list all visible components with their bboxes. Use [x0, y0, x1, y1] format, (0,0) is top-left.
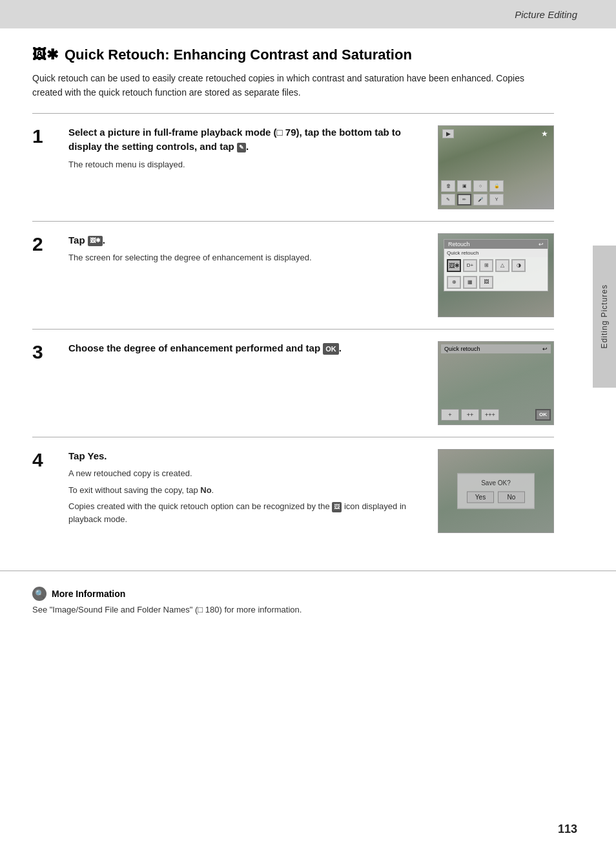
step-4-image: Save OK? Yes No	[438, 449, 554, 533]
retouch-btn-2[interactable]: D+	[463, 259, 477, 272]
bottom-icons: 🗑 ▣ ○ 🔒 ✎ ✏ 🎤 Y	[441, 180, 551, 205]
step-3-content: Choose the degree of enhancement perform…	[68, 341, 425, 360]
degree-back-icon: ↩	[542, 346, 548, 352]
step-2-number: 2	[32, 235, 56, 254]
edit2-icon-btn: ✎	[441, 194, 455, 205]
step-1-instruction-text: Select a picture in full-frame playback …	[68, 127, 401, 152]
retouch-panel: Retouch ↩ Quick retouch 🖼✱ D+ ⊞ △ ◑ ⊕	[444, 239, 548, 291]
step-4-desc2: To exit without saving the copy, tap No.	[68, 484, 425, 497]
retouch-icons-row-1: 🖼✱ D+ ⊞ △ ◑	[444, 257, 548, 274]
step-4-row: 4 Tap Yes. A new retouched copy is creat…	[32, 437, 554, 545]
step-4-content: Tap Yes. A new retouched copy is created…	[68, 449, 425, 526]
section-title: Quick Retouch: Enhancing Contrast and Sa…	[65, 47, 412, 63]
tag-icon-btn: Y	[489, 194, 504, 205]
step-1-camera-screen: ▶ ★ 🗑 ▣ ○ 🔒 ✎ ✏ 🎤	[438, 126, 553, 209]
step-2-description: The screen for selecting the degree of e…	[68, 251, 425, 264]
step-3-camera-screen: Quick retouch ↩ + ++ +++ OK	[438, 342, 553, 424]
step-2-instruction: Tap 🖼✱.	[68, 233, 425, 248]
quick-retouch-icon: 🖼✱	[32, 47, 58, 63]
star-icon: ★	[541, 129, 548, 138]
step-2-row: 2 Tap 🖼✱. The screen for selecting the d…	[32, 222, 554, 330]
degree-bottom-bar: + ++ +++ OK	[441, 409, 551, 421]
step-1-instruction: Select a picture in full-frame playback …	[68, 125, 425, 154]
degree-top-bar: Quick retouch ↩	[441, 344, 551, 353]
edit-icon: ✎	[237, 143, 246, 153]
icon-row-1: 🗑 ▣ ○ 🔒	[441, 180, 551, 192]
step-3-instruction-text: Choose the degree of enhancement perform…	[68, 342, 342, 353]
step-4-desc1: A new retouched copy is created.	[68, 467, 425, 480]
quickretouch-icon: 🖼✱	[88, 236, 103, 246]
yes-label: Yes	[87, 450, 104, 461]
intro-text: Quick retouch can be used to easily crea…	[32, 71, 554, 100]
retouch-btn-3[interactable]: ⊞	[479, 259, 493, 272]
sidebar-tab: Editing Pictures	[593, 246, 616, 388]
retouch-btn-5[interactable]: ◑	[511, 259, 526, 272]
retouch-copy-icon: 🖼	[332, 502, 342, 512]
retouch-icon-btn: ✏	[457, 194, 471, 205]
page-number: 113	[558, 823, 577, 836]
retouch-btn-8[interactable]: 🖼	[479, 276, 493, 289]
step-2-image: Retouch ↩ Quick retouch 🖼✱ D+ ⊞ △ ◑ ⊕	[438, 233, 554, 317]
step-2-instruction-text: Tap 🖼✱.	[68, 235, 105, 246]
step-1-image: ▶ ★ 🗑 ▣ ○ 🔒 ✎ ✏ 🎤	[438, 125, 554, 209]
main-content: 🖼✱ Quick Retouch: Enhancing Contrast and…	[0, 28, 616, 571]
step-1-description: The retouch menu is displayed.	[68, 158, 425, 171]
more-info-title: More Information	[52, 589, 125, 599]
degree-label: Quick retouch	[444, 346, 480, 352]
degree-btn-low[interactable]: +	[441, 409, 459, 421]
step-3-number: 3	[32, 342, 56, 362]
ok-icon: OK	[323, 343, 339, 355]
yes-button[interactable]: Yes	[467, 491, 494, 503]
step-1-number: 1	[32, 127, 56, 146]
retouch-btn-6[interactable]: ⊕	[447, 276, 461, 289]
playback-icon: ▶	[442, 129, 454, 138]
retouch-title: Retouch	[448, 241, 470, 247]
sidebar-label: Editing Pictures	[600, 284, 609, 348]
retouch-back-icon: ↩	[539, 241, 544, 247]
degree-btn-mid[interactable]: ++	[461, 409, 479, 421]
step-4-camera-screen: Save OK? Yes No	[438, 450, 553, 532]
more-info-heading: 🔍 More Information	[32, 587, 584, 601]
ok-button[interactable]: OK	[535, 409, 551, 421]
retouch-icons-row-2: ⊕ ▦ 🖼	[444, 274, 548, 291]
trash-icon-btn: 🗑	[441, 180, 455, 192]
quick-retouch-btn[interactable]: 🖼✱	[447, 259, 461, 272]
step-2-content: Tap 🖼✱. The screen for selecting the deg…	[68, 233, 425, 264]
on-icon-btn: ○	[473, 180, 488, 192]
no-button[interactable]: No	[498, 491, 525, 503]
step-3-instruction: Choose the degree of enhancement perform…	[68, 341, 425, 356]
page: Picture Editing Editing Pictures 🖼✱ Quic…	[0, 0, 616, 849]
more-info-text: See "Image/Sound File and Folder Names" …	[32, 605, 584, 614]
step-1-content: Select a picture in full-frame playback …	[68, 125, 425, 171]
footer-section: 🔍 More Information See "Image/Sound File…	[0, 571, 616, 627]
save-buttons: Yes No	[466, 491, 526, 503]
step-3-image: Quick retouch ↩ + ++ +++ OK	[438, 341, 554, 425]
save-title: Save OK?	[466, 479, 526, 486]
copy-icon-btn: ▣	[457, 180, 471, 192]
mic-icon-btn: 🎤	[473, 194, 488, 205]
step-4-instruction-text: Tap Yes.	[68, 450, 107, 461]
save-dialog: Save OK? Yes No	[457, 473, 535, 508]
degree-btn-high[interactable]: +++	[481, 409, 499, 421]
retouch-header: Retouch ↩	[444, 240, 548, 249]
section-heading: 🖼✱ Quick Retouch: Enhancing Contrast and…	[32, 47, 554, 63]
page-title: Picture Editing	[515, 9, 577, 20]
retouch-subheader: Quick retouch	[444, 249, 548, 257]
step-4-number: 4	[32, 450, 56, 470]
icon-row-2: ✎ ✏ 🎤 Y	[441, 194, 551, 205]
step-1-row: 1 Select a picture in full-frame playbac…	[32, 114, 554, 222]
degree-buttons: + ++ +++	[441, 409, 499, 421]
step-4-instruction: Tap Yes.	[68, 449, 425, 464]
retouch-btn-4[interactable]: △	[495, 259, 509, 272]
lock-icon-btn: 🔒	[489, 180, 504, 192]
more-info-icon: 🔍	[32, 587, 46, 601]
step-2-camera-screen: Retouch ↩ Quick retouch 🖼✱ D+ ⊞ △ ◑ ⊕	[438, 234, 553, 317]
step-4-desc3: Copies created with the quick retouch op…	[68, 500, 425, 525]
header-bar: Picture Editing	[0, 0, 616, 28]
retouch-btn-7[interactable]: ▦	[463, 276, 477, 289]
step-3-row: 3 Choose the degree of enhancement perfo…	[32, 330, 554, 437]
